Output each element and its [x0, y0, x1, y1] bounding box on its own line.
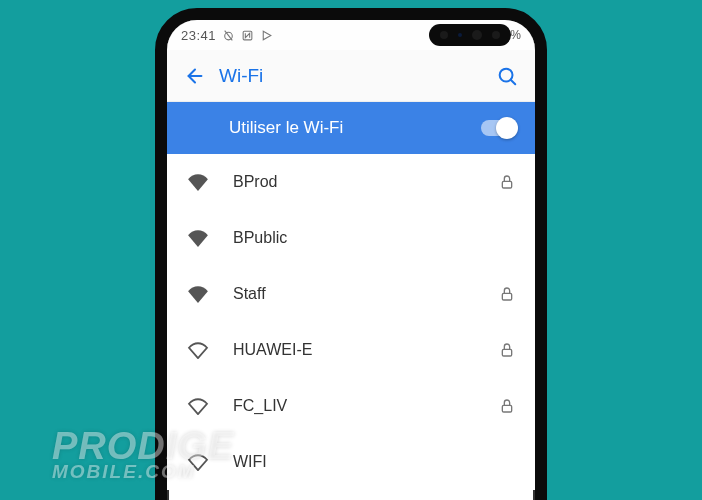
play-store-icon	[260, 29, 273, 42]
lock-icon	[499, 342, 515, 358]
status-time: 23:41	[181, 28, 216, 43]
wifi-outline-icon	[187, 397, 209, 415]
arrow-left-icon	[184, 65, 206, 87]
network-name: WIFI	[233, 453, 473, 471]
phone-frame: 23:41 75 % Wi-Fi Utiliser le Wi-Fi	[155, 8, 547, 500]
wifi-signal-icon	[187, 229, 209, 247]
wifi-signal-icon	[187, 285, 209, 303]
wifi-full-icon	[187, 229, 209, 247]
network-name: Staff	[233, 285, 473, 303]
lock-icon	[499, 286, 515, 302]
wifi-signal-icon	[187, 341, 209, 359]
lock-indicator	[497, 398, 517, 414]
wifi-outline-icon	[187, 341, 209, 359]
lock-indicator	[497, 342, 517, 358]
network-row[interactable]: HUAWEI-E	[167, 322, 535, 378]
search-icon	[496, 65, 518, 87]
network-name: HUAWEI-E	[233, 341, 473, 359]
wifi-master-toggle-row[interactable]: Utiliser le Wi-Fi	[167, 102, 535, 154]
svg-rect-10	[502, 405, 511, 412]
alarm-off-icon	[222, 29, 235, 42]
lock-indicator	[497, 286, 517, 302]
wifi-full-icon	[187, 285, 209, 303]
network-name: FC_LIV	[233, 397, 473, 415]
nfc-icon	[241, 29, 254, 42]
network-row[interactable]: BPublic	[167, 210, 535, 266]
svg-rect-6	[502, 181, 511, 188]
lock-icon	[499, 398, 515, 414]
wifi-signal-icon	[187, 173, 209, 191]
back-button[interactable]	[175, 56, 215, 96]
network-name: BProd	[233, 173, 473, 191]
app-bar: Wi-Fi	[167, 50, 535, 102]
search-button[interactable]	[487, 56, 527, 96]
camera-notch	[429, 24, 511, 46]
network-row[interactable]: Staff	[167, 266, 535, 322]
network-row[interactable]: WIFI	[167, 434, 535, 490]
network-list: BProdBPublicStaffHUAWEI-EFC_LIVWIFI	[167, 154, 535, 490]
wifi-toggle-switch[interactable]	[481, 120, 517, 136]
svg-rect-9	[502, 349, 511, 356]
svg-rect-8	[502, 293, 511, 300]
network-name: BPublic	[233, 229, 473, 247]
wifi-signal-icon	[187, 453, 209, 471]
network-row[interactable]: FC_LIV	[167, 378, 535, 434]
network-row[interactable]: BProd	[167, 154, 535, 210]
wifi-toggle-label: Utiliser le Wi-Fi	[229, 118, 481, 138]
wifi-outline-icon	[187, 453, 209, 471]
lock-icon	[499, 174, 515, 190]
wifi-signal-icon	[187, 397, 209, 415]
page-title: Wi-Fi	[219, 65, 263, 87]
wifi-full-icon	[187, 173, 209, 191]
lock-indicator	[497, 174, 517, 190]
